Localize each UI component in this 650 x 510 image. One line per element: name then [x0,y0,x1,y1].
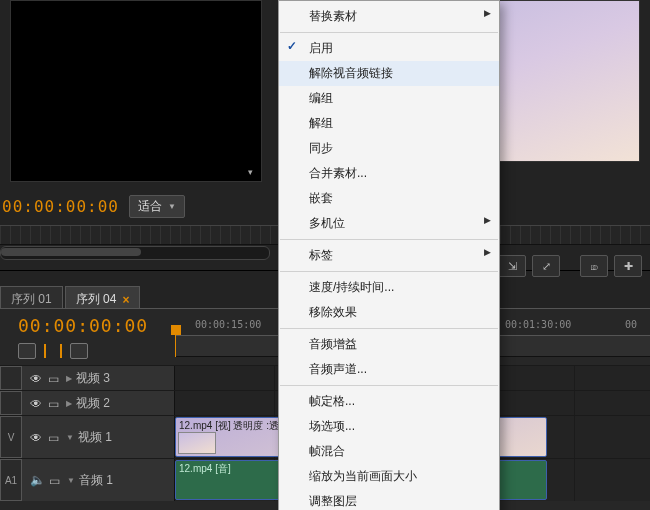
menu-adjustment-layer[interactable]: 调整图层 [279,489,499,510]
extract-button[interactable]: ⤢ [532,255,560,277]
menu-audio-gain[interactable]: 音频增益 [279,332,499,357]
scrollbar-thumb[interactable] [1,248,141,256]
menu-frame-hold[interactable]: 帧定格... [279,389,499,414]
source-controls: 00:00:00:00 适合 ▼ [0,195,185,218]
menu-speed-duration[interactable]: 速度/持续时间... [279,275,499,300]
clip-label: 12.mp4 [音] [179,462,231,476]
track-header[interactable]: 👁 ▭ ▶ 视频 2 [0,391,175,415]
track-header[interactable]: 👁 ▭ ▶ 视频 3 [0,366,175,390]
chevron-down-icon[interactable]: ▼ [66,433,74,442]
track-header[interactable]: A1 🔈 ▭ ▼ 音频 1 [0,459,175,501]
eye-icon[interactable]: 👁 [30,397,44,409]
tab-label: 序列 01 [11,291,52,308]
track-patch[interactable] [0,366,22,390]
marker-icon[interactable] [70,343,88,359]
close-icon[interactable]: × [122,293,129,307]
check-icon: ✓ [287,39,297,53]
track-name: 视频 2 [76,395,110,412]
menu-audio-channels[interactable]: 音频声道... [279,357,499,382]
menu-synchronize[interactable]: 同步 [279,136,499,161]
timeline-tools [18,343,88,359]
chevron-down-icon[interactable]: ▼ [67,476,75,485]
track-name: 音频 1 [79,472,113,489]
track-patch[interactable] [0,391,22,415]
source-scrollbar[interactable] [0,246,270,260]
chevron-right-icon[interactable]: ▶ [66,399,72,408]
playhead[interactable] [175,325,176,357]
menu-multicam[interactable]: 多机位 [279,211,499,236]
export-frame-button[interactable]: ⎄ [580,255,608,277]
playhead-flag-icon [171,325,181,335]
menu-scale-to-frame[interactable]: 缩放为当前画面大小 [279,464,499,489]
menu-enable[interactable]: ✓启用 [279,36,499,61]
menu-label[interactable]: 标签 [279,243,499,268]
sync-lock-icon[interactable]: ▭ [48,372,62,384]
timeline-timecode[interactable]: 00:00:00:00 [18,317,148,335]
eye-icon[interactable]: 👁 [30,431,44,443]
chevron-down-icon: ▾ [248,167,253,177]
eye-icon[interactable]: 👁 [30,372,44,384]
source-monitor[interactable]: ▾ [10,0,262,182]
track-patch[interactable]: A1 [0,459,22,501]
menu-remove-effects[interactable]: 移除效果 [279,300,499,325]
track-name: 视频 1 [78,429,112,446]
clip-thumbnail [178,432,216,454]
menu-frame-blend[interactable]: 帧混合 [279,439,499,464]
sync-lock-icon[interactable]: ▭ [49,474,63,486]
button-editor[interactable]: ✚ [614,255,642,277]
nest-icon[interactable] [18,343,36,359]
menu-ungroup[interactable]: 解组 [279,111,499,136]
clip-label: 12.mp4 [视] 透明度 :透 [179,419,279,433]
sync-lock-icon[interactable]: ▭ [48,397,62,409]
track-header[interactable]: V 👁 ▭ ▼ 视频 1 [0,416,175,458]
track-patch[interactable]: V [0,416,22,458]
menu-group[interactable]: 编组 [279,86,499,111]
menu-replace-footage[interactable]: 替换素材 [279,4,499,29]
sync-lock-icon[interactable]: ▭ [48,431,62,443]
menu-merge-clips[interactable]: 合并素材... [279,161,499,186]
track-name: 视频 3 [76,370,110,387]
menu-unlink-audio-video[interactable]: 解除视音频链接 [279,61,499,86]
app-root: ▾ 00:00:00:00 适合 ▼ |◀ ◀▶ ▶| ⇲ ⤢ ⎄ ✚ 序列 0… [0,0,650,510]
tab-label: 序列 04 [76,291,117,308]
menu-nest[interactable]: 嵌套 [279,186,499,211]
zoom-fit-dropdown[interactable]: 适合 ▼ [129,195,185,218]
snap-icon[interactable] [44,344,62,358]
context-menu: 替换素材 ✓启用 解除视音频链接 编组 解组 同步 合并素材... 嵌套 多机位… [278,0,500,510]
zoom-fit-label: 适合 [138,198,162,215]
chevron-down-icon: ▼ [168,202,176,211]
menu-field-options[interactable]: 场选项... [279,414,499,439]
source-timecode[interactable]: 00:00:00:00 [2,199,119,215]
lift-button[interactable]: ⇲ [498,255,526,277]
mute-icon[interactable]: 🔈 [30,473,45,487]
chevron-right-icon[interactable]: ▶ [66,374,72,383]
